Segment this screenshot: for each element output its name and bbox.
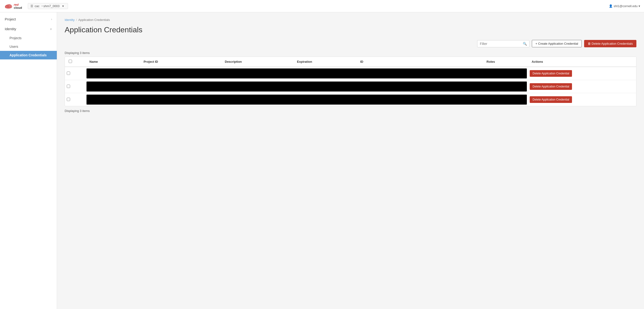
row3-redacted-bar (86, 94, 527, 104)
page-title: Application Credentials (65, 26, 636, 34)
breadcrumb: Identity / Application Credentials (65, 18, 636, 22)
row2-redacted-bar (86, 82, 527, 92)
credentials-table: Name Project ID Description Expiration I… (65, 56, 636, 106)
brand-cloud-icon (4, 2, 13, 11)
row2-actions-cell: Delete Application Credential (528, 80, 636, 93)
brand-logo: red cloud (4, 2, 22, 11)
row2-checkbox[interactable] (67, 84, 70, 88)
breadcrumb-current: Application Credentials (78, 18, 110, 22)
th-name: Name (86, 57, 140, 67)
displaying-count-top: Displaying 3 items (65, 51, 636, 55)
row1-checkbox-cell (65, 67, 86, 80)
sidebar-identity-chevron-icon: ∨ (50, 27, 52, 31)
project-icon: ☰ (30, 4, 33, 8)
sidebar-item-projects[interactable]: Projects (0, 34, 57, 42)
th-roles: Roles (483, 57, 528, 67)
row1-checkbox[interactable] (67, 72, 70, 75)
delete-all-trash-icon: 🗑 (588, 42, 591, 46)
search-icon: 🔍 (523, 42, 527, 46)
row3-checkbox-cell (65, 93, 86, 106)
table-row: Delete Application Credential (65, 67, 636, 80)
sidebar-app-creds-label: Application Credentials (10, 53, 46, 57)
sidebar: Project › Identity ∨ Projects Users Appl… (0, 12, 57, 309)
row2-checkbox-cell (65, 80, 86, 93)
sidebar-identity-label: Identity (5, 27, 16, 31)
sidebar-users-label: Users (10, 45, 18, 48)
sidebar-item-identity[interactable]: Identity ∨ (0, 24, 57, 34)
table-row: Delete Application Credential (65, 80, 636, 93)
row2-delete-button[interactable]: Delete Application Credential (530, 83, 572, 90)
row3-redacted-cell (86, 93, 528, 106)
toolbar: 🔍 + Create Application Credential 🗑 Dele… (65, 40, 636, 47)
table-row: Delete Application Credential (65, 93, 636, 106)
sidebar-project-label: Project (5, 17, 16, 21)
displaying-count-bottom: Displaying 3 items (65, 109, 636, 113)
project-chevron-icon: ▾ (62, 4, 64, 8)
breadcrumb-identity-link[interactable]: Identity (65, 18, 74, 22)
sidebar-project-chevron-icon: › (51, 18, 52, 21)
project-name: cac (35, 4, 40, 8)
row1-actions-cell: Delete Application Credential (528, 67, 636, 80)
navbar: red cloud ☰ cac • shm7_0003 ▾ 👤 shl1@cor… (0, 0, 644, 12)
create-credential-button[interactable]: + Create Application Credential (532, 40, 582, 47)
sidebar-item-users[interactable]: Users (0, 42, 57, 51)
row1-redacted-bar (86, 68, 527, 78)
project-dot: • (42, 4, 43, 8)
select-all-checkbox[interactable] (69, 60, 72, 63)
th-actions: Actions (528, 57, 636, 67)
sidebar-projects-label: Projects (10, 36, 22, 40)
row1-delete-button[interactable]: Delete Application Credential (530, 70, 572, 77)
user-chevron-icon: ▾ (638, 4, 640, 8)
user-menu[interactable]: 👤 shl1@cornell.edu ▾ (609, 4, 640, 8)
table-header-row: Name Project ID Description Expiration I… (65, 57, 636, 67)
row2-redacted-cell (86, 80, 528, 93)
th-id: ID (356, 57, 483, 67)
row3-actions-cell: Delete Application Credential (528, 93, 636, 106)
user-avatar-icon: 👤 (609, 4, 613, 8)
row3-delete-button[interactable]: Delete Application Credential (530, 96, 572, 103)
th-expiration: Expiration (293, 57, 356, 67)
layout: Project › Identity ∨ Projects Users Appl… (0, 12, 644, 309)
project-selector[interactable]: ☰ cac • shm7_0003 ▾ (28, 3, 68, 9)
sidebar-item-application-credentials[interactable]: Application Credentials (0, 51, 57, 60)
filter-input[interactable] (480, 42, 523, 46)
brand-name-red: red (14, 3, 18, 6)
th-description: Description (221, 57, 293, 67)
user-email: shl1@cornell.edu (614, 4, 638, 8)
filter-input-wrapper: 🔍 (477, 40, 530, 47)
row3-checkbox[interactable] (67, 98, 70, 101)
breadcrumb-separator: / (76, 18, 77, 22)
delete-all-label: Delete Application Credentials (592, 42, 633, 46)
main-content: Identity / Application Credentials Appli… (57, 12, 644, 309)
row1-redacted-cell (86, 67, 528, 80)
sidebar-item-project[interactable]: Project › (0, 14, 57, 24)
delete-all-credentials-button[interactable]: 🗑 Delete Application Credentials (584, 40, 636, 47)
brand-name-cloud: cloud (14, 6, 22, 9)
th-project-id: Project ID (140, 57, 221, 67)
project-sub: shm7_0003 (43, 4, 60, 8)
th-checkbox (65, 57, 86, 67)
